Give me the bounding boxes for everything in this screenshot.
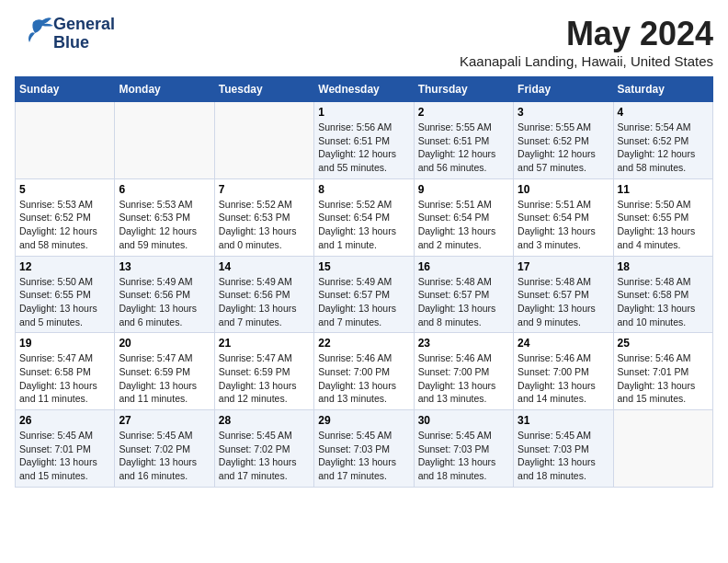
day-info: Sunrise: 5:50 AM Sunset: 6:55 PM Dayligh… <box>19 275 110 329</box>
header-row: SundayMondayTuesdayWednesdayThursdayFrid… <box>16 77 713 102</box>
day-info: Sunrise: 5:51 AM Sunset: 6:54 PM Dayligh… <box>418 198 509 252</box>
calendar-cell <box>16 102 115 179</box>
day-info: Sunrise: 5:48 AM Sunset: 6:57 PM Dayligh… <box>418 275 509 329</box>
calendar-cell: 26Sunrise: 5:45 AM Sunset: 7:01 PM Dayli… <box>16 410 115 488</box>
header-sunday: Sunday <box>16 77 115 102</box>
calendar-cell: 8Sunrise: 5:52 AM Sunset: 6:54 PM Daylig… <box>314 178 414 256</box>
day-info: Sunrise: 5:48 AM Sunset: 6:57 PM Dayligh… <box>518 275 609 329</box>
day-number: 8 <box>318 183 409 196</box>
day-number: 9 <box>418 183 509 196</box>
day-number: 11 <box>618 183 709 196</box>
day-info: Sunrise: 5:55 AM Sunset: 6:52 PM Dayligh… <box>518 121 609 175</box>
day-number: 24 <box>518 337 609 350</box>
day-info: Sunrise: 5:47 AM Sunset: 6:59 PM Dayligh… <box>119 351 210 406</box>
day-number: 19 <box>19 337 110 350</box>
header-wednesday: Wednesday <box>314 77 414 102</box>
week-row-5: 26Sunrise: 5:45 AM Sunset: 7:01 PM Dayli… <box>16 410 713 488</box>
header-thursday: Thursday <box>414 77 513 102</box>
day-number: 26 <box>19 414 110 427</box>
calendar-cell: 2Sunrise: 5:55 AM Sunset: 6:51 PM Daylig… <box>414 102 513 179</box>
calendar-cell: 9Sunrise: 5:51 AM Sunset: 6:54 PM Daylig… <box>414 178 513 256</box>
day-info: Sunrise: 5:45 AM Sunset: 7:03 PM Dayligh… <box>418 429 509 483</box>
day-number: 31 <box>518 414 609 427</box>
day-info: Sunrise: 5:46 AM Sunset: 7:00 PM Dayligh… <box>318 351 409 406</box>
calendar-cell: 24Sunrise: 5:46 AM Sunset: 7:00 PM Dayli… <box>514 333 613 410</box>
calendar-cell: 10Sunrise: 5:51 AM Sunset: 6:54 PM Dayli… <box>514 178 613 256</box>
day-info: Sunrise: 5:51 AM Sunset: 6:54 PM Dayligh… <box>518 198 609 252</box>
day-number: 15 <box>318 260 409 273</box>
day-number: 30 <box>418 414 509 427</box>
calendar-cell: 31Sunrise: 5:45 AM Sunset: 7:03 PM Dayli… <box>514 410 613 488</box>
day-info: Sunrise: 5:45 AM Sunset: 7:02 PM Dayligh… <box>119 429 210 483</box>
calendar-cell <box>214 102 313 179</box>
calendar-body: 1Sunrise: 5:56 AM Sunset: 6:51 PM Daylig… <box>16 102 713 488</box>
day-number: 13 <box>119 260 210 273</box>
calendar-cell: 15Sunrise: 5:49 AM Sunset: 6:57 PM Dayli… <box>314 256 414 333</box>
logo-text: General Blue <box>53 16 115 52</box>
calendar-table: SundayMondayTuesdayWednesdayThursdayFrid… <box>15 76 713 488</box>
day-info: Sunrise: 5:55 AM Sunset: 6:51 PM Dayligh… <box>418 121 509 175</box>
calendar-cell: 25Sunrise: 5:46 AM Sunset: 7:01 PM Dayli… <box>613 333 712 410</box>
day-info: Sunrise: 5:53 AM Sunset: 6:52 PM Dayligh… <box>19 198 110 252</box>
day-number: 23 <box>418 337 509 350</box>
day-info: Sunrise: 5:48 AM Sunset: 6:58 PM Dayligh… <box>618 275 709 329</box>
header-monday: Monday <box>115 77 214 102</box>
week-row-1: 1Sunrise: 5:56 AM Sunset: 6:51 PM Daylig… <box>16 102 713 179</box>
day-number: 22 <box>318 337 409 350</box>
calendar-cell: 14Sunrise: 5:49 AM Sunset: 6:56 PM Dayli… <box>214 256 313 333</box>
calendar-cell: 23Sunrise: 5:46 AM Sunset: 7:00 PM Dayli… <box>414 333 513 410</box>
calendar-cell: 20Sunrise: 5:47 AM Sunset: 6:59 PM Dayli… <box>115 333 214 410</box>
calendar-cell: 29Sunrise: 5:45 AM Sunset: 7:03 PM Dayli… <box>314 410 414 488</box>
day-number: 27 <box>119 414 210 427</box>
day-number: 12 <box>19 260 110 273</box>
header-friday: Friday <box>514 77 613 102</box>
day-number: 25 <box>618 337 709 350</box>
day-info: Sunrise: 5:45 AM Sunset: 7:03 PM Dayligh… <box>318 429 409 483</box>
day-number: 2 <box>418 106 509 119</box>
day-number: 18 <box>618 260 709 273</box>
logo-icon <box>15 15 53 50</box>
calendar-subtitle: Kaanapali Landing, Hawaii, United States <box>460 53 713 69</box>
day-number: 7 <box>219 183 310 196</box>
week-row-4: 19Sunrise: 5:47 AM Sunset: 6:58 PM Dayli… <box>16 333 713 410</box>
calendar-cell: 19Sunrise: 5:47 AM Sunset: 6:58 PM Dayli… <box>16 333 115 410</box>
day-info: Sunrise: 5:45 AM Sunset: 7:02 PM Dayligh… <box>219 429 310 483</box>
day-info: Sunrise: 5:52 AM Sunset: 6:53 PM Dayligh… <box>219 198 310 252</box>
week-row-2: 5Sunrise: 5:53 AM Sunset: 6:52 PM Daylig… <box>16 178 713 256</box>
day-info: Sunrise: 5:47 AM Sunset: 6:58 PM Dayligh… <box>19 351 110 406</box>
logo-line2: Blue <box>53 34 115 52</box>
day-number: 3 <box>518 106 609 119</box>
calendar-cell <box>115 102 214 179</box>
day-number: 29 <box>318 414 409 427</box>
day-info: Sunrise: 5:49 AM Sunset: 6:56 PM Dayligh… <box>219 275 310 329</box>
day-info: Sunrise: 5:50 AM Sunset: 6:55 PM Dayligh… <box>618 198 709 252</box>
day-info: Sunrise: 5:45 AM Sunset: 7:03 PM Dayligh… <box>518 429 609 483</box>
day-info: Sunrise: 5:49 AM Sunset: 6:56 PM Dayligh… <box>119 275 210 329</box>
logo: General Blue <box>15 15 115 53</box>
day-info: Sunrise: 5:53 AM Sunset: 6:53 PM Dayligh… <box>119 198 210 252</box>
calendar-cell: 6Sunrise: 5:53 AM Sunset: 6:53 PM Daylig… <box>115 178 214 256</box>
calendar-cell: 5Sunrise: 5:53 AM Sunset: 6:52 PM Daylig… <box>16 178 115 256</box>
week-row-3: 12Sunrise: 5:50 AM Sunset: 6:55 PM Dayli… <box>16 256 713 333</box>
calendar-cell: 17Sunrise: 5:48 AM Sunset: 6:57 PM Dayli… <box>514 256 613 333</box>
day-info: Sunrise: 5:56 AM Sunset: 6:51 PM Dayligh… <box>318 121 409 175</box>
day-info: Sunrise: 5:52 AM Sunset: 6:54 PM Dayligh… <box>318 198 409 252</box>
page-header: General Blue May 2024 Kaanapali Landing,… <box>15 15 713 69</box>
calendar-cell: 21Sunrise: 5:47 AM Sunset: 6:59 PM Dayli… <box>214 333 313 410</box>
calendar-cell: 22Sunrise: 5:46 AM Sunset: 7:00 PM Dayli… <box>314 333 414 410</box>
calendar-header: SundayMondayTuesdayWednesdayThursdayFrid… <box>16 77 713 102</box>
header-saturday: Saturday <box>613 77 712 102</box>
calendar-cell <box>613 410 712 488</box>
logo-line1: General <box>53 16 115 34</box>
calendar-cell: 30Sunrise: 5:45 AM Sunset: 7:03 PM Dayli… <box>414 410 513 488</box>
day-info: Sunrise: 5:46 AM Sunset: 7:00 PM Dayligh… <box>418 351 509 406</box>
calendar-cell: 13Sunrise: 5:49 AM Sunset: 6:56 PM Dayli… <box>115 256 214 333</box>
calendar-cell: 4Sunrise: 5:54 AM Sunset: 6:52 PM Daylig… <box>613 102 712 179</box>
calendar-cell: 18Sunrise: 5:48 AM Sunset: 6:58 PM Dayli… <box>613 256 712 333</box>
day-number: 5 <box>19 183 110 196</box>
day-number: 21 <box>219 337 310 350</box>
calendar-cell: 7Sunrise: 5:52 AM Sunset: 6:53 PM Daylig… <box>214 178 313 256</box>
day-number: 10 <box>518 183 609 196</box>
calendar-cell: 27Sunrise: 5:45 AM Sunset: 7:02 PM Dayli… <box>115 410 214 488</box>
day-info: Sunrise: 5:47 AM Sunset: 6:59 PM Dayligh… <box>219 351 310 406</box>
